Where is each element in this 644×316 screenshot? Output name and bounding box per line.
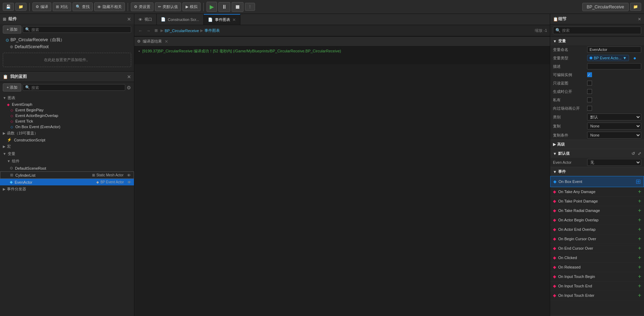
actor-begin-overlap-item[interactable]: ◇ Event ActorBeginOverlap [0, 113, 134, 118]
tree-root[interactable]: ⊙ BP_CircularReceive（自我） [0, 36, 134, 44]
on-released-add[interactable]: + [638, 264, 641, 270]
add-component-btn[interactable]: + 添加 [3, 25, 21, 34]
var-name-input[interactable] [587, 46, 641, 53]
on-actor-begin-overlap-row[interactable]: ◆ On Actor Begin Overlap + [550, 215, 644, 225]
default-value-header[interactable]: ▼ 默认值 ↺ ⤢ [550, 149, 644, 158]
on-take-radial-damage-row[interactable]: ◆ On Take Radial Damage + [550, 206, 644, 215]
even-actor-eye[interactable]: 👁 [127, 180, 131, 184]
pause-btn[interactable]: ⏸ [218, 2, 230, 12]
right-panel-close[interactable]: ✕ [638, 17, 641, 22]
events-section-header[interactable]: ▼ 事件 [550, 167, 644, 176]
spawn-checkbox[interactable] [587, 89, 592, 94]
class-defaults-btn[interactable]: ✏ 类默认值 [155, 2, 181, 11]
var-type-badge[interactable]: BP Event Acto... ▼ [587, 55, 629, 61]
on-end-cursor-over-add[interactable]: + [638, 245, 641, 251]
stop-btn[interactable]: ⏹ [232, 2, 244, 12]
nav-back-btn[interactable]: ← [137, 28, 144, 34]
on-take-point-damage-row[interactable]: ◆ On Take Point Damage + [550, 197, 644, 206]
eventgraph-close[interactable]: ✕ [232, 17, 236, 22]
right-search-input[interactable] [562, 28, 639, 32]
advanced-title: 高级 [557, 142, 565, 147]
on-take-any-damage-add[interactable]: + [638, 189, 641, 195]
private-checkbox[interactable] [587, 97, 592, 102]
default-scene-root-row[interactable]: ⊙ DefaultSceneRoot [0, 165, 134, 171]
on-begin-cursor-over-row[interactable]: ◆ On Begin Cursor Over + [550, 234, 644, 244]
on-box-event-item[interactable]: ◇ On Box Event (EvenActor) [0, 124, 134, 130]
bp-panel-close[interactable]: ✕ [127, 74, 131, 80]
find-btn[interactable]: 🔍 查找 [73, 2, 93, 11]
play-btn[interactable]: ▶ [207, 2, 217, 12]
on-input-touch-begin-row[interactable]: ◆ On Input Touch Begin + [550, 272, 644, 281]
on-box-event-add[interactable]: ⊞ [636, 178, 641, 185]
on-begin-cursor-over-add[interactable]: + [638, 236, 641, 242]
breadcrumb-event[interactable]: 事件图表 [204, 28, 220, 33]
tab-viewport[interactable]: 👁 视口 [134, 14, 157, 25]
nav-home-btn[interactable]: ⊞ [153, 28, 159, 34]
on-input-touch-end-add[interactable]: + [638, 283, 641, 289]
bp-name-badge[interactable]: BP_CircularReceive [582, 3, 629, 11]
readonly-checkbox[interactable] [587, 81, 592, 86]
tab-eventgraph[interactable]: 📄 事件图表 ✕ [204, 14, 240, 25]
diff-btn[interactable]: ⊞ 对比 [53, 2, 71, 11]
macro-section-header[interactable]: ▶ 宏 [0, 143, 134, 150]
begin-play-item[interactable]: ◇ Event BeginPlay [0, 107, 134, 113]
event-tick-item[interactable]: ◇ Event Tick [0, 118, 134, 124]
category-select[interactable]: 默认 [587, 113, 641, 120]
tab-construction[interactable]: 📄 Construction Scr... [157, 14, 204, 25]
hide-btn[interactable]: 👁 隐藏不相关 [94, 2, 125, 11]
save-btn[interactable]: 💾 [3, 3, 14, 11]
breadcrumb-bp[interactable]: BP_CircularReceive [165, 29, 199, 33]
cylinder-list-row[interactable]: ⊞ CylinderList ⊞ Static Mesh Actor 👁 [0, 171, 134, 179]
cylinder-list-eye[interactable]: 👁 [127, 173, 131, 177]
on-clicked-add[interactable]: + [638, 255, 641, 261]
even-actor-row[interactable]: ◆ EvenActor ◆ BP Event Actor 👁 [0, 179, 134, 185]
default-value-reset[interactable]: ↺ [631, 151, 635, 156]
construction-script-item[interactable]: ⚡ ConstructionScript [0, 137, 134, 143]
bp-search-input[interactable] [31, 86, 123, 90]
on-take-point-damage-add[interactable]: + [638, 198, 641, 204]
var-section-header[interactable]: ▼ 变量 [0, 150, 134, 157]
on-input-touch-end-row[interactable]: ◆ On Input Touch End + [550, 281, 644, 291]
event-graph-item[interactable]: ◆ EventGraph [0, 102, 134, 107]
on-take-radial-damage-add[interactable]: + [638, 207, 641, 214]
expose-cinematic-checkbox[interactable] [587, 106, 592, 111]
variable-section-header[interactable]: ▼ 变量 [550, 37, 644, 45]
advanced-section-header[interactable]: ▶ 高级 [550, 140, 644, 149]
on-actor-begin-overlap-add[interactable]: + [638, 217, 641, 223]
bp-browse-btn[interactable]: 📁 [630, 3, 641, 11]
on-input-touch-enter-add[interactable]: + [638, 292, 641, 299]
component-search-input[interactable] [31, 28, 129, 32]
default-value-maximize[interactable]: ⤢ [638, 151, 641, 156]
on-clicked-row[interactable]: ◆ On Clicked + [550, 253, 644, 263]
on-input-touch-begin-add[interactable]: + [638, 273, 641, 280]
browse-btn[interactable]: 📁 [15, 3, 27, 11]
on-released-row[interactable]: ◆ On Released + [550, 263, 644, 272]
functions-section-header[interactable]: ▶ 函数（19可覆盖） [0, 130, 134, 137]
add-bp-btn[interactable]: + 添加 [3, 83, 21, 91]
more-btn[interactable]: ⋮ [245, 3, 255, 11]
var-type-dot-btn[interactable]: ● [633, 55, 636, 61]
replication-condition-select[interactable]: None [587, 132, 641, 139]
compiler-close-btn[interactable]: ✕ [165, 39, 168, 44]
event-dispatcher-header[interactable]: ▶ 事件分发器 [0, 185, 134, 193]
graph-section-header[interactable]: ▼ 图表 [0, 94, 134, 102]
on-end-cursor-over-row[interactable]: ◆ On End Cursor Over + [550, 244, 644, 253]
even-actor-select[interactable]: 无 [587, 159, 641, 166]
on-box-event-row[interactable]: ◆ On Box Event ⊞ [550, 176, 644, 187]
component-group-header[interactable]: ▼ 组件 [0, 157, 134, 165]
compile-btn[interactable]: ⚙ 编译 [32, 2, 51, 11]
editable-checkbox[interactable]: ✓ [587, 72, 592, 77]
on-take-any-damage-row[interactable]: ◆ On Take Any Damage + [550, 187, 644, 197]
tree-default-scene-root[interactable]: ⊕ DefaultSceneRoot [0, 44, 134, 50]
on-input-touch-enter-row[interactable]: ◆ On Input Touch Enter + [550, 291, 644, 300]
on-actor-end-overlap-row[interactable]: ◆ On Actor End Overlap + [550, 225, 644, 234]
nav-forward-btn[interactable]: → [145, 28, 152, 34]
component-panel-close[interactable]: ✕ [127, 16, 131, 22]
on-actor-end-overlap-add[interactable]: + [638, 226, 641, 233]
replication-select[interactable]: None [587, 123, 641, 130]
compiler-tab[interactable]: ⚙ 编译器结果 [137, 39, 162, 44]
bp-gear-btn[interactable]: ⚙ [127, 85, 131, 90]
desc-input[interactable] [587, 63, 641, 69]
class-settings-btn[interactable]: ⚙ 类设置 [131, 2, 153, 11]
simulate-btn[interactable]: ▶ 模拟 [182, 2, 201, 11]
